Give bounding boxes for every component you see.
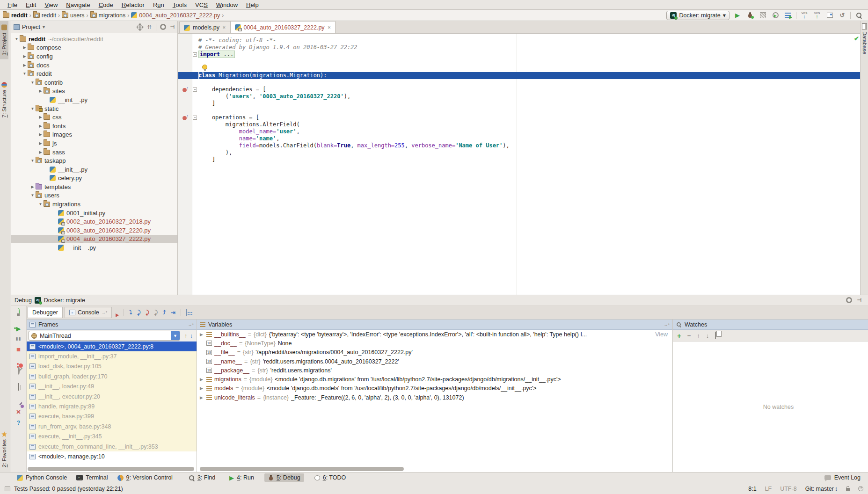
tree-row[interactable]: 0003_auto_20160327_2220.py bbox=[11, 226, 177, 235]
menu-refactor[interactable]: Refactor bbox=[118, 0, 148, 9]
close-debug-button[interactable]: ✕ bbox=[16, 408, 21, 415]
inspection-status-icon[interactable]: ✔ bbox=[854, 35, 859, 42]
close-icon[interactable]: ✕ bbox=[222, 25, 226, 30]
tab-debugger[interactable]: Debugger bbox=[28, 307, 63, 318]
search-everywhere-button[interactable] bbox=[854, 11, 863, 20]
collapse-all-button[interactable]: ⇈ bbox=[146, 24, 152, 30]
menu-tools[interactable]: Tools bbox=[169, 0, 190, 9]
frame-row-selected[interactable]: <module>, 0004_auto_20160327_2222.py:8 bbox=[27, 341, 197, 351]
line-separator-indicator[interactable]: LF bbox=[765, 486, 772, 492]
view-link[interactable]: View bbox=[655, 331, 671, 338]
attribute-marker[interactable] bbox=[178, 115, 192, 121]
tree-row[interactable]: ▼reddit bbox=[11, 69, 177, 78]
toolwindow-tab-database[interactable]: Database bbox=[861, 21, 868, 57]
tree-row[interactable]: __init__.py bbox=[11, 165, 177, 174]
horizontal-scrollbar[interactable] bbox=[200, 467, 404, 471]
menu-navigate[interactable]: Navigate bbox=[62, 0, 94, 9]
variable-row[interactable]: 18__package__ = {str}'reddit.users.migra… bbox=[197, 366, 672, 375]
close-icon[interactable]: ✕ bbox=[328, 25, 331, 30]
caret-position[interactable]: 8:1 bbox=[748, 486, 756, 492]
tree-row[interactable]: celery.py bbox=[11, 174, 177, 183]
tree-row[interactable]: ▶compose bbox=[11, 44, 177, 52]
highlighting-level-icon[interactable] bbox=[858, 486, 863, 491]
menu-code[interactable]: Code bbox=[95, 0, 117, 9]
vcs-update-button[interactable]: VCS↓ bbox=[800, 11, 809, 20]
move-watch-down-button[interactable]: ↓ bbox=[706, 332, 709, 339]
evaluate-expression-button[interactable] bbox=[186, 309, 187, 316]
tree-row[interactable]: 0001_initial.py bbox=[11, 209, 177, 218]
variable-row[interactable]: 18__file__ = {str}'/app/reddit/users/mig… bbox=[197, 348, 672, 357]
tree-row[interactable]: ▶js bbox=[11, 139, 177, 148]
menu-vcs[interactable]: VCS bbox=[191, 0, 212, 9]
tree-row[interactable]: ▶images bbox=[11, 131, 177, 139]
show-changes-button[interactable] bbox=[825, 11, 834, 20]
menu-view[interactable]: View bbox=[41, 0, 61, 9]
tree-row[interactable]: __init__.py bbox=[11, 243, 177, 252]
breadcrumb-migrations[interactable]: migrations bbox=[90, 12, 126, 19]
mute-breakpoints-button[interactable] bbox=[18, 367, 20, 374]
breadcrumb-file[interactable]: 0004_auto_20160327_2222.py bbox=[131, 12, 220, 19]
frame-row[interactable]: build_graph, loader.py:170 bbox=[27, 371, 197, 381]
code-editor[interactable]: + − − − # -*- coding: utf-8 -*- # Genera… bbox=[178, 34, 860, 295]
fold-collapse-icon[interactable]: − bbox=[193, 87, 197, 92]
restore-layout-button[interactable] bbox=[18, 384, 19, 390]
fold-collapse-icon[interactable]: − bbox=[193, 116, 197, 120]
add-watch-button[interactable]: + bbox=[677, 332, 681, 340]
frame-row[interactable]: <module>, manage.py:10 bbox=[27, 451, 197, 461]
gear-icon[interactable] bbox=[160, 24, 166, 30]
menu-file[interactable]: File bbox=[4, 0, 21, 9]
tree-row[interactable]: ▶sass bbox=[11, 148, 177, 157]
frame-row[interactable]: execute_from_command_line, __init__.py:3… bbox=[27, 442, 197, 451]
tree-row[interactable]: ▶docs bbox=[11, 61, 177, 70]
tree-row[interactable]: ▼contrib bbox=[11, 78, 177, 87]
event-log-button[interactable]: Event Log bbox=[824, 474, 868, 481]
rerun-button[interactable] bbox=[18, 309, 20, 315]
editor-tab-migration[interactable]: 0004_auto_20160327_2222.py✕ bbox=[230, 21, 336, 33]
run-button[interactable]: ▶ bbox=[733, 11, 742, 20]
coverage-button[interactable] bbox=[758, 11, 767, 20]
tree-row[interactable]: ▶templates bbox=[11, 182, 177, 191]
run-configuration-select[interactable]: dj Docker: migrate ▾ bbox=[666, 11, 729, 20]
tree-row[interactable]: ▼taskapp bbox=[11, 156, 177, 165]
toolwindow-tab-structure[interactable]: 7: Structure bbox=[0, 78, 8, 121]
stop-button[interactable]: ■ bbox=[16, 345, 21, 353]
force-step-into-button[interactable]: ⤸ bbox=[154, 309, 158, 316]
combo-arrow-button[interactable]: ▼ bbox=[171, 331, 180, 340]
frame-row[interactable]: __init__, executor.py:20 bbox=[27, 392, 197, 401]
variable-row[interactable]: ▶unicode_literals = {instance}_Feature: … bbox=[197, 393, 672, 402]
pause-button[interactable]: ▮▮ bbox=[16, 336, 22, 341]
rollback-button[interactable]: ↺ bbox=[838, 11, 847, 20]
run-to-cursor-button[interactable]: ⇥ bbox=[171, 309, 175, 316]
run-task-button[interactable] bbox=[783, 11, 793, 20]
toolwindow-switcher-icon[interactable] bbox=[5, 487, 10, 491]
frame-row[interactable]: run_from_argv, base.py:348 bbox=[27, 421, 197, 431]
menu-edit[interactable]: Edit bbox=[22, 0, 40, 9]
toolwindow-run[interactable]: ▶4: Run bbox=[226, 473, 258, 482]
toolwindow-terminal[interactable]: >_Terminal bbox=[73, 473, 111, 482]
breadcrumb-reddit[interactable]: reddit bbox=[33, 12, 56, 19]
encoding-indicator[interactable]: UTF-8 bbox=[780, 486, 796, 492]
vcs-commit-button[interactable]: VCS↑ bbox=[812, 11, 822, 20]
debug-button[interactable] bbox=[745, 11, 755, 20]
lock-icon[interactable] bbox=[846, 488, 850, 491]
hide-toolwindow-button[interactable]: ⊣ bbox=[857, 297, 861, 303]
profile-button[interactable] bbox=[771, 11, 780, 20]
toolwindow-debug[interactable]: 5: Debug bbox=[264, 473, 304, 482]
tree-row[interactable]: ▼migrations bbox=[11, 200, 177, 209]
duplicate-watch-button[interactable] bbox=[715, 332, 716, 339]
expand-icon[interactable]: ▶ bbox=[199, 386, 204, 391]
step-into-my-code-button[interactable]: ⤸ bbox=[146, 309, 149, 316]
hide-panel-button[interactable]: ⊣ bbox=[170, 24, 175, 30]
variable-row[interactable]: ▶models = {module}<module 'django.db.mod… bbox=[197, 384, 672, 393]
help-button[interactable]: ? bbox=[17, 420, 21, 426]
tree-row[interactable]: ▶sites bbox=[11, 87, 177, 96]
toolwindow-todo[interactable]: 6: TODO bbox=[311, 473, 350, 482]
variable-row[interactable]: 18__doc__ = {NoneType}None bbox=[197, 339, 672, 348]
locate-file-button[interactable] bbox=[137, 24, 143, 30]
step-over-button[interactable]: ⤵ bbox=[129, 309, 132, 316]
expand-icon[interactable]: ▶ bbox=[199, 395, 204, 400]
toolwindow-version-control[interactable]: 9: Version Control bbox=[114, 473, 176, 482]
variable-row[interactable]: ▶__builtins__ = {dict}{'bytearray': <typ… bbox=[197, 330, 672, 339]
tree-row[interactable]: ▼users bbox=[11, 191, 177, 200]
frame-row[interactable]: handle, migrate.py:89 bbox=[27, 401, 197, 411]
